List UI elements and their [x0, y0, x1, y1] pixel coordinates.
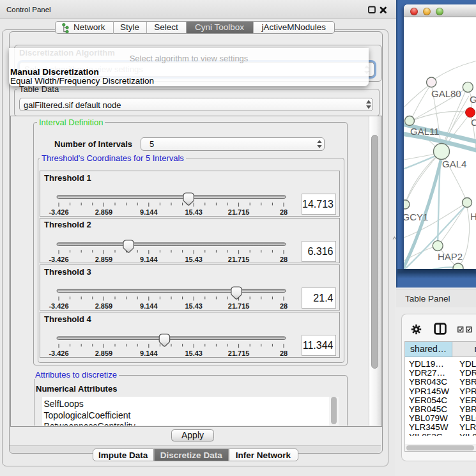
svg-text:21.715: 21.715 — [228, 255, 250, 263]
svg-text:-3.426: -3.426 — [49, 255, 68, 263]
svg-text:9.144: 9.144 — [140, 349, 158, 357]
svg-text:15.43: 15.43 — [185, 255, 203, 263]
svg-text:GAL4: GAL4 — [442, 158, 466, 169]
svg-text:-3.426: -3.426 — [49, 208, 68, 216]
svg-text:15.43: 15.43 — [185, 302, 203, 310]
svg-text:H: H — [470, 211, 476, 222]
svg-text:2.859: 2.859 — [95, 302, 113, 310]
svg-text:2.859: 2.859 — [95, 349, 113, 357]
svg-text:21.715: 21.715 — [228, 208, 250, 216]
svg-text:28: 28 — [280, 255, 288, 263]
svg-text:21.715: 21.715 — [228, 302, 250, 310]
svg-text:GCY1: GCY1 — [404, 211, 428, 222]
svg-text:-3.426: -3.426 — [49, 349, 68, 357]
svg-text:-3.426: -3.426 — [49, 302, 68, 310]
svg-text:28: 28 — [280, 349, 288, 357]
svg-text:GA: GA — [470, 94, 476, 105]
svg-text:15.43: 15.43 — [185, 208, 203, 216]
svg-text:2.859: 2.859 — [95, 255, 113, 263]
svg-text:GAL80: GAL80 — [431, 88, 461, 99]
svg-text:21.715: 21.715 — [228, 349, 250, 357]
svg-text:15.43: 15.43 — [185, 349, 203, 357]
svg-text:C: C — [471, 117, 476, 128]
svg-text:28: 28 — [280, 302, 288, 310]
svg-text:HAP2: HAP2 — [438, 251, 463, 262]
svg-text:9.144: 9.144 — [140, 302, 158, 310]
svg-text:2.859: 2.859 — [95, 208, 113, 216]
svg-text:9.144: 9.144 — [140, 208, 158, 216]
svg-text:28: 28 — [280, 208, 288, 216]
svg-text:GAL11: GAL11 — [410, 126, 440, 137]
svg-text:9.144: 9.144 — [140, 255, 158, 263]
